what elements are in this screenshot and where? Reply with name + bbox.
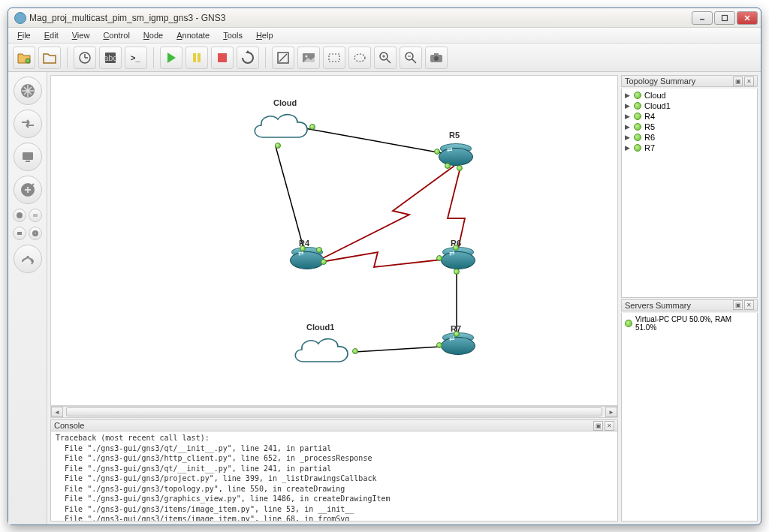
devices-toolbar (8, 72, 47, 524)
zoom-out-button[interactable] (400, 47, 422, 69)
security-devices-category-button[interactable] (14, 176, 42, 204)
menu-edit[interactable]: Edit (38, 29, 65, 41)
console-detach-button[interactable]: ▣ (593, 421, 603, 431)
annotate-rect-button[interactable] (323, 47, 345, 69)
port[interactable] (436, 255, 442, 261)
menu-control[interactable]: Control (97, 29, 135, 41)
port[interactable] (454, 331, 460, 337)
port[interactable] (445, 163, 451, 169)
open-project-button[interactable] (38, 47, 61, 69)
menu-file[interactable]: File (11, 29, 37, 41)
port[interactable] (352, 348, 358, 354)
annotate-note-button[interactable] (272, 47, 294, 69)
console-output[interactable]: Traceback (most recent call last): File … (50, 431, 618, 521)
topology-item[interactable]: ▶R4 (623, 111, 755, 122)
expand-icon[interactable]: ▶ (625, 144, 631, 152)
expand-icon[interactable]: ▶ (625, 113, 631, 120)
port[interactable] (300, 245, 306, 251)
server-item[interactable]: Virtual-PC CPU 50.0%, RAM 51.0% (623, 314, 755, 332)
topology-item[interactable]: ▶Cloud1 (623, 101, 755, 111)
right-column: Topology Summary ▣ ✕ ▶Cloud ▶Cloud1 ▶R4 … (621, 75, 758, 521)
port[interactable] (316, 247, 322, 253)
port[interactable] (453, 245, 459, 251)
servers-panel-body: Virtual-PC CPU 50.0%, RAM 51.0% (621, 313, 758, 522)
port[interactable] (436, 342, 442, 348)
all-devices-button-4[interactable] (29, 227, 42, 240)
switches-category-button[interactable] (14, 110, 42, 138)
canvas-horizontal-scrollbar[interactable]: ◄ ► (50, 406, 618, 418)
servers-panel-title: Servers Summary (625, 301, 733, 310)
svg-line-21 (387, 59, 391, 63)
topology-panel-title: Topology Summary (625, 77, 733, 86)
snapshot-button[interactable] (74, 47, 96, 69)
servers-detach-button[interactable]: ▣ (733, 300, 743, 310)
node-cloud[interactable] (248, 109, 314, 146)
port[interactable] (309, 124, 315, 130)
zoom-in-button[interactable] (374, 47, 397, 69)
svg-point-34 (17, 212, 23, 218)
annotate-ellipse-button[interactable] (348, 47, 371, 69)
status-dot-icon (634, 102, 641, 110)
port[interactable] (457, 165, 463, 171)
pause-all-button[interactable] (185, 47, 208, 69)
topology-item[interactable]: ▶Cloud (623, 90, 755, 101)
end-devices-category-button[interactable] (14, 143, 42, 171)
screenshot-button[interactable] (425, 47, 448, 69)
node-r4[interactable]: ⇄ (290, 251, 324, 274)
menu-node[interactable]: Node (137, 29, 169, 41)
port[interactable] (275, 143, 281, 149)
node-cloud1[interactable] (288, 333, 354, 371)
topology-canvas[interactable]: Cloud Cloud1 ⇄ R5 ⇄ R4 ⇄ R6 (50, 75, 618, 406)
topology-detach-button[interactable]: ▣ (733, 77, 743, 86)
servers-panel-header[interactable]: Servers Summary ▣ ✕ (621, 299, 758, 311)
all-devices-button-3[interactable] (13, 227, 26, 240)
port[interactable] (454, 269, 460, 275)
start-all-button[interactable] (160, 47, 182, 69)
app-icon (14, 12, 26, 24)
topology-item[interactable]: ▶R6 (623, 132, 755, 143)
expand-icon[interactable]: ▶ (625, 134, 631, 141)
scroll-left-arrow[interactable]: ◄ (51, 407, 63, 417)
menu-help[interactable]: Help (250, 29, 279, 41)
menu-tools[interactable]: Tools (217, 29, 249, 41)
close-button[interactable] (737, 11, 758, 25)
topology-item-label: R6 (644, 133, 655, 142)
expand-icon[interactable]: ▶ (625, 123, 631, 131)
console-title: Console (54, 421, 593, 430)
scroll-right-arrow[interactable]: ► (605, 407, 617, 417)
expand-icon[interactable]: ▶ (625, 92, 631, 99)
console-all-button[interactable]: >_ (125, 47, 147, 69)
menu-annotate[interactable]: Annotate (170, 29, 216, 41)
reload-all-button[interactable] (237, 47, 259, 69)
svg-point-17 (306, 55, 308, 57)
node-r7[interactable]: ⇄ (441, 337, 475, 359)
minimize-button[interactable] (692, 11, 713, 25)
expand-icon[interactable]: ▶ (625, 102, 631, 110)
console-close-button[interactable]: ✕ (605, 421, 614, 431)
titlebar[interactable]: Mag_proj_multicast_pim_sm_igmp_gns3 - GN… (8, 8, 761, 28)
all-devices-button-1[interactable] (13, 209, 26, 222)
new-project-button[interactable] (13, 47, 35, 69)
servers-close-button[interactable]: ✕ (744, 300, 754, 310)
show-interfaces-button[interactable]: abc (99, 47, 122, 69)
routers-category-button[interactable] (14, 77, 42, 105)
status-dot-icon (634, 123, 641, 131)
add-link-button[interactable] (14, 245, 42, 273)
topology-close-button[interactable]: ✕ (744, 77, 754, 86)
topology-panel-header[interactable]: Topology Summary ▣ ✕ (621, 75, 758, 87)
menu-view[interactable]: View (66, 29, 96, 41)
topology-item[interactable]: ▶R7 (623, 143, 755, 153)
scroll-thumb[interactable] (66, 407, 602, 416)
topology-item-label: R5 (644, 122, 655, 131)
port[interactable] (434, 149, 440, 155)
port[interactable] (321, 259, 327, 265)
maximize-button[interactable] (714, 11, 735, 25)
annotate-image-button[interactable] (297, 47, 320, 69)
svg-line-15 (279, 54, 287, 62)
console-panel-header[interactable]: Console ▣ ✕ (50, 419, 618, 431)
stop-all-button[interactable] (211, 47, 234, 69)
node-r5[interactable]: ⇄ (439, 148, 473, 170)
all-devices-button-2[interactable] (29, 209, 42, 222)
node-label-cloud: Cloud (273, 98, 297, 107)
topology-item[interactable]: ▶R5 (623, 122, 755, 132)
